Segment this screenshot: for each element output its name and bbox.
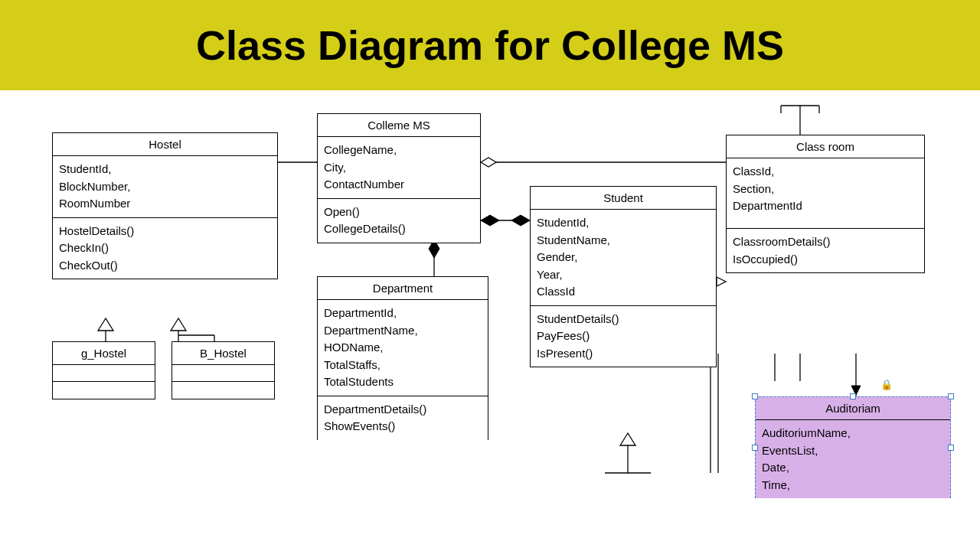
class-name: g_Hostel bbox=[53, 342, 155, 365]
class-department[interactable]: Department DepartmentId, DepartmentName,… bbox=[317, 276, 488, 440]
class-operations bbox=[172, 382, 274, 399]
class-operations: StudentDetails() PayFees() IsPresent() bbox=[531, 306, 716, 367]
class-attributes bbox=[172, 365, 274, 382]
class-name: Colleme MS bbox=[318, 114, 480, 137]
class-auditorium-selected[interactable]: Auditoriam AuditoriumName, EventsList, D… bbox=[755, 396, 951, 498]
class-operations: DepartmentDetails() ShowEvents() bbox=[318, 396, 488, 440]
class-name: Class room bbox=[727, 135, 924, 158]
class-attributes: ClassId, Section, DepartmentId bbox=[727, 158, 924, 229]
class-name: Auditoriam bbox=[756, 397, 950, 420]
diagram-canvas[interactable]: Hostel StudentId, BlockNumber, RoomNumbe… bbox=[0, 90, 980, 549]
svg-marker-25 bbox=[620, 433, 635, 445]
class-name: Student bbox=[531, 187, 716, 210]
class-g-hostel[interactable]: g_Hostel bbox=[52, 341, 155, 399]
class-classroom[interactable]: Class room ClassId, Section, DepartmentI… bbox=[726, 135, 925, 273]
class-attributes: CollegeName, City, ContactNumber bbox=[318, 137, 480, 199]
svg-marker-3 bbox=[481, 158, 496, 167]
class-attributes: StudentId, StudentName, Gender, Year, Cl… bbox=[531, 210, 716, 306]
class-college-ms[interactable]: Colleme MS CollegeName, City, ContactNum… bbox=[317, 113, 481, 243]
lock-icon: 🔒 bbox=[880, 379, 893, 390]
svg-marker-9 bbox=[481, 215, 499, 226]
class-name: Department bbox=[318, 277, 488, 300]
resize-handle-w[interactable] bbox=[752, 445, 758, 451]
class-operations: Open() CollegeDetails() bbox=[318, 199, 480, 243]
class-name: B_Hostel bbox=[172, 342, 274, 365]
class-student[interactable]: Student StudentId, StudentName, Gender, … bbox=[530, 186, 717, 367]
class-operations: HostelDetails() CheckIn() CheckOut() bbox=[53, 218, 277, 279]
svg-marker-13 bbox=[98, 318, 113, 331]
resize-handle-ne[interactable] bbox=[948, 393, 954, 399]
class-name: Hostel bbox=[53, 133, 277, 156]
resize-handle-e[interactable] bbox=[948, 445, 954, 451]
class-attributes: StudentId, BlockNumber, RoomNumber bbox=[53, 156, 277, 218]
class-hostel[interactable]: Hostel StudentId, BlockNumber, RoomNumbe… bbox=[52, 132, 278, 279]
class-attributes: DepartmentId, DepartmentName, HODName, T… bbox=[318, 300, 488, 396]
svg-marker-15 bbox=[171, 318, 186, 331]
class-operations: ClassroomDetails() IsOccupied() bbox=[727, 229, 924, 272]
class-attributes bbox=[53, 365, 155, 382]
title-text: Class Diagram for College MS bbox=[196, 22, 784, 68]
resize-handle-n[interactable] bbox=[850, 393, 856, 399]
class-b-hostel[interactable]: B_Hostel bbox=[172, 341, 275, 399]
svg-marker-10 bbox=[511, 215, 530, 226]
page-title: Class Diagram for College MS bbox=[0, 0, 980, 90]
class-operations bbox=[53, 382, 155, 399]
resize-handle-nw[interactable] bbox=[752, 393, 758, 399]
svg-marker-20 bbox=[717, 277, 726, 286]
class-attributes: AuditoriumName, EventsList, Date, Time, bbox=[756, 420, 950, 498]
